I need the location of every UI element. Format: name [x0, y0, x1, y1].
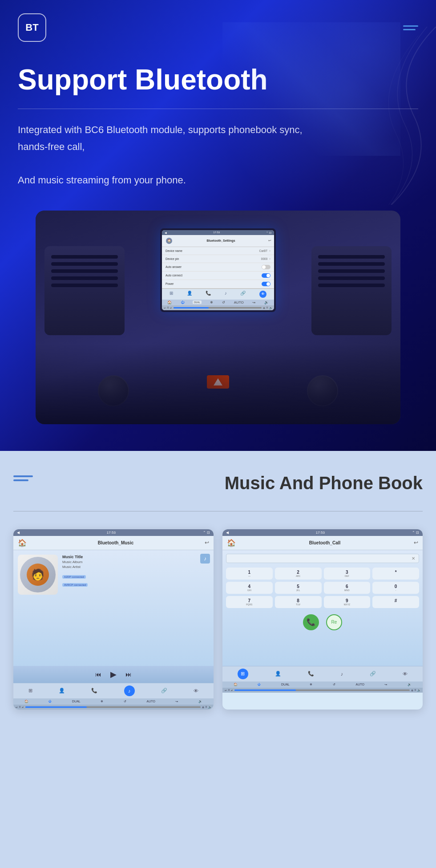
track-title: Music Title — [62, 555, 209, 559]
call-ctrl-power-icon: ⏻ — [258, 683, 261, 686]
dial-5[interactable]: 5JKL — [275, 582, 322, 594]
nav-link-icon[interactable]: 🔗 — [161, 688, 167, 694]
redial-button[interactable]: Re — [326, 614, 342, 630]
features-header: Music And Phone Book — [13, 473, 423, 493]
vent-slat — [51, 276, 118, 280]
call-screen-title: Bluetooth_Call — [236, 540, 414, 545]
call-ctrl-loop-icon: ↺ — [333, 683, 335, 686]
call-nav-music-icon[interactable]: ♪ — [341, 671, 343, 677]
music-home-icon: 🏠 — [18, 539, 27, 547]
music-note-icon: ♪ — [200, 554, 210, 564]
nav-phone-icon[interactable]: 📞 — [91, 688, 97, 694]
vent-right — [311, 246, 392, 335]
features-menu-line-bottom — [13, 479, 28, 481]
call-ctrl-ac-icon: ❄ — [310, 683, 312, 686]
eq-slider[interactable] — [25, 706, 200, 708]
call-status-bar: ◀ 17:53 ⌃ ⊡ — [222, 529, 423, 536]
phone-screens-container: ◀ 17:53 ⌃ ⊡ 🏠 Bluetooth_Music ↩ ♪ 🧑 — [13, 529, 423, 710]
nav-view-icon[interactable]: 👁 — [194, 688, 198, 694]
call-nav-link-icon[interactable]: 🔗 — [370, 671, 376, 677]
album-art-outer: 🧑 — [20, 557, 56, 592]
music-screen: ◀ 17:53 ⌃ ⊡ 🏠 Bluetooth_Music ↩ ♪ 🧑 — [13, 529, 214, 710]
call-ctrl-vol-icon: 🔊 — [408, 683, 412, 686]
dial-star[interactable]: * — [372, 568, 419, 580]
play-button[interactable]: ▶ — [110, 669, 117, 679]
hero-title: Support Bluetooth — [18, 64, 418, 95]
call-nav-view-icon[interactable]: 👁 — [403, 671, 408, 677]
dial-hash[interactable]: # — [372, 596, 419, 608]
call-back-arrow[interactable]: ↩ — [414, 539, 418, 546]
call-eq-slider[interactable] — [234, 690, 409, 691]
dial-0[interactable]: 0- — [372, 582, 419, 594]
menu-line-top — [403, 25, 418, 27]
car-mockup-container: ◀ 17:53 ⌃ ⊡ 🏠 Bluetooth_Settings ↩ — [18, 211, 418, 424]
call-ctrl-fan-icon: ↝ — [384, 683, 387, 686]
music-back-circle[interactable]: ◀ — [17, 531, 20, 535]
call-bottom-nav: ⊞ 👤 📞 ♪ 🔗 👁 — [222, 666, 423, 681]
dial-2[interactable]: 2ABC — [275, 568, 322, 580]
music-screen-title: Bluetooth_Music — [27, 540, 205, 545]
bt-logo: BT — [18, 13, 46, 42]
vent-slat — [51, 269, 118, 273]
vent-slat — [318, 255, 385, 259]
vent-slat — [51, 284, 118, 287]
track-artist: Music Artist — [62, 565, 209, 569]
call-nav-grid-active[interactable]: ⊞ — [238, 669, 248, 679]
call-body: ✕ 1— 2ABC 3DEF * — [222, 550, 423, 666]
dial-7[interactable]: 7PQRS — [226, 596, 273, 608]
dial-1[interactable]: 1— — [226, 568, 273, 580]
music-controls[interactable]: ⏮ ▶ ⏭ — [13, 666, 214, 683]
call-delete-icon[interactable]: ✕ — [412, 556, 415, 561]
nav-music-icon-active[interactable]: ♪ — [124, 685, 135, 696]
album-art: 🧑 — [18, 555, 58, 595]
dial-8[interactable]: 8TUV — [275, 596, 322, 608]
nav-person-icon[interactable]: 👤 — [59, 688, 65, 694]
vent-left — [44, 246, 125, 335]
vent-slat — [51, 255, 118, 259]
ctrl-vol-icon: 🔊 — [198, 700, 202, 703]
next-button[interactable]: ⏭ — [125, 671, 132, 678]
ctrl-power-icon: ⏻ — [48, 700, 52, 703]
vent-slat — [318, 269, 385, 273]
music-body: ♪ 🧑 Music Title Music Album Music Artist — [13, 550, 214, 666]
hero-divider — [18, 109, 418, 109]
ctrl-loop-icon: ↺ — [124, 700, 126, 703]
call-nav-person-icon[interactable]: 👤 — [275, 671, 281, 677]
menu-button[interactable] — [403, 25, 418, 30]
car-mockup: ◀ 17:53 ⌃ ⊡ 🏠 Bluetooth_Settings ↩ — [36, 211, 400, 424]
call-ctrl-home-icon: 🏠 — [234, 683, 238, 686]
features-divider — [13, 511, 423, 511]
call-button[interactable]: 📞 — [303, 614, 319, 630]
prev-button[interactable]: ⏮ — [95, 671, 101, 678]
call-screen-header: 🏠 Bluetooth_Call ↩ — [222, 536, 423, 550]
call-nav-phone-icon[interactable]: 📞 — [308, 671, 314, 677]
dial-6[interactable]: 6MNO — [324, 582, 371, 594]
car-dashboard: ◀ 17:53 ⌃ ⊡ 🏠 Bluetooth_Settings ↩ — [36, 211, 400, 424]
music-eq-bar: ↩0↵ ⊕0🔊 — [13, 705, 214, 710]
ctrl-fan-icon: ↝ — [175, 700, 178, 703]
call-home-icon: 🏠 — [227, 539, 236, 547]
hero-description: Integrated with BC6 Bluetooth module, su… — [18, 122, 329, 188]
avrcp-badge: AVRCP connected — [62, 583, 88, 587]
dial-4[interactable]: 4GHI — [226, 582, 273, 594]
nav-grid-icon[interactable]: ⊞ — [28, 688, 32, 694]
dial-9[interactable]: 9WXYZ — [324, 596, 371, 608]
vent-slat — [51, 262, 118, 266]
features-menu-icon — [13, 475, 33, 481]
ctrl-auto-label: AUTO — [147, 700, 155, 703]
music-status-bar: ◀ 17:53 ⌃ ⊡ — [13, 529, 214, 536]
menu-line-bottom — [403, 29, 416, 30]
hero-section: BT Support Bluetooth Integrated with BC6… — [0, 0, 436, 451]
call-ctrl-auto-label: AUTO — [356, 683, 364, 686]
dialpad: 1— 2ABC 3DEF * 4GHI 5JKL — [226, 568, 419, 608]
call-controls-bar: 🏠 ⏻ DUAL ❄ ↺ AUTO ↝ 🔊 — [222, 681, 423, 688]
track-album: Music Album — [62, 560, 209, 564]
dial-3[interactable]: 3DEF — [324, 568, 371, 580]
ctrl-ac-icon: ❄ — [101, 700, 103, 703]
call-back-circle[interactable]: ◀ — [226, 531, 229, 535]
music-controls-bar: 🏠 ⏻ DUAL ❄ ↺ AUTO ↝ 🔊 — [13, 698, 214, 705]
music-back-arrow[interactable]: ↩ — [205, 539, 209, 546]
music-info: Music Title Music Album Music Artist A2D… — [62, 555, 209, 588]
call-screen: ◀ 17:53 ⌃ ⊡ 🏠 Bluetooth_Call ↩ ✕ — [222, 529, 423, 710]
album-person-icon: 🧑 — [31, 568, 44, 581]
